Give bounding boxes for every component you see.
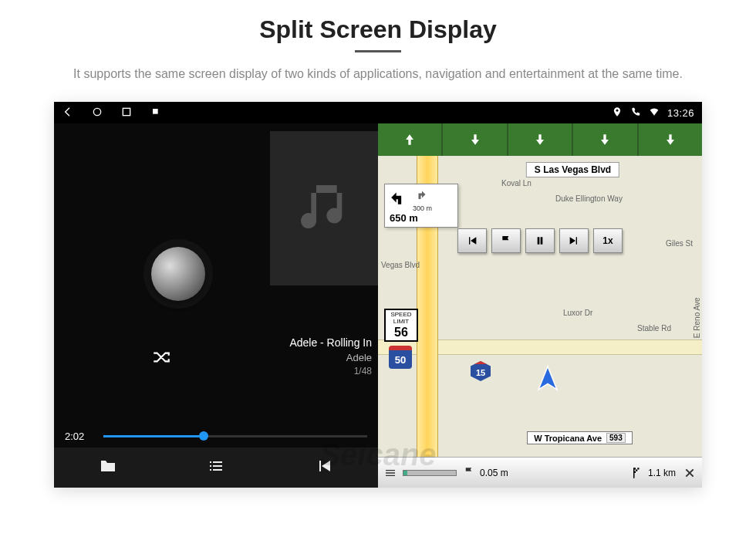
interstate-shield: 15 xyxy=(471,361,491,381)
phone-icon xyxy=(630,106,641,120)
route-shield: 50 xyxy=(389,346,412,369)
lane-arrow xyxy=(573,123,638,156)
close-nav-button[interactable] xyxy=(683,467,696,479)
elapsed-time: 2:02 xyxy=(65,431,96,442)
device-screenshot: 13:26 Adele - Rolling In Adele 1/48 xyxy=(54,102,702,488)
lane-guidance-bar xyxy=(378,123,702,156)
track-counter: 1/48 xyxy=(289,365,372,378)
track-title: Adele - Rolling In xyxy=(289,336,372,351)
lane-arrow xyxy=(639,123,702,156)
nav-arrow-icon xyxy=(534,364,562,392)
map-label: Duke Ellington Way xyxy=(555,194,623,203)
svg-point-0 xyxy=(93,108,100,115)
list-icon xyxy=(207,457,225,475)
album-art-placeholder xyxy=(270,131,378,285)
map-label: Luxor Dr xyxy=(563,309,592,317)
back-icon[interactable] xyxy=(62,106,74,120)
screenshot-icon[interactable] xyxy=(150,106,162,120)
checkered-flag-icon xyxy=(631,466,645,480)
cross-street-label: W Tropicana Ave 593 xyxy=(527,431,633,444)
android-statusbar: 13:26 xyxy=(54,102,702,123)
shuffle-icon xyxy=(151,347,171,367)
navigation-pane: S Las Vegas Blvd 300 m 650 m 1x xyxy=(378,123,702,488)
street-tag: 593 xyxy=(606,433,626,443)
svg-rect-5 xyxy=(636,469,637,471)
turn-left-icon xyxy=(390,187,410,208)
skip-back-icon xyxy=(466,235,478,247)
pause-icon xyxy=(534,235,546,247)
svg-point-3 xyxy=(616,109,618,111)
lane-arrow xyxy=(443,123,508,156)
current-road-label: S Las Vegas Blvd xyxy=(526,162,619,177)
page-title: Split Screen Display xyxy=(0,0,756,50)
speed-limit-sign: SPEED LIMIT 56 xyxy=(384,309,418,342)
map-label: Vegas Blvd xyxy=(381,261,420,269)
map-label: Koval Ln xyxy=(501,179,532,187)
title-underline xyxy=(355,50,401,52)
turn-instruction-box: 300 m 650 m xyxy=(384,184,458,228)
seek-bar[interactable] xyxy=(103,435,367,437)
menu-icon xyxy=(384,467,397,479)
page-description: It supports the same screen display of t… xyxy=(0,65,756,102)
checkered-flag-icon xyxy=(500,235,512,247)
secondary-turn-distance: 300 m xyxy=(413,204,432,212)
home-icon[interactable] xyxy=(91,106,103,120)
vehicle-cursor xyxy=(534,364,562,395)
map-playback-controls: 1x xyxy=(457,228,623,253)
wifi-icon xyxy=(649,106,660,120)
nav-footer-bar: 0.05 m 1.1 km xyxy=(378,457,702,488)
playlist-button[interactable] xyxy=(207,457,225,478)
map-prev-button[interactable] xyxy=(457,228,487,253)
turn-right-icon xyxy=(413,187,427,201)
music-note-icon xyxy=(293,177,355,239)
skip-forward-icon xyxy=(568,235,580,247)
svg-rect-7 xyxy=(637,468,639,469)
speed-limit-value: 56 xyxy=(386,326,417,339)
folder-icon xyxy=(99,457,117,475)
svg-rect-2 xyxy=(153,109,158,114)
prev-track-icon xyxy=(315,457,333,475)
map-label: E Reno Ave xyxy=(694,298,702,339)
lane-arrow xyxy=(508,123,573,156)
shuffle-button[interactable] xyxy=(151,347,171,370)
volume-knob[interactable] xyxy=(151,247,205,301)
primary-turn-distance: 650 m xyxy=(390,212,453,224)
next-waypoint: 1.1 km xyxy=(631,466,676,480)
map-label: Giles St xyxy=(666,239,693,248)
map-speed-button[interactable]: 1x xyxy=(593,228,623,253)
close-icon xyxy=(683,467,696,479)
map-flag-button[interactable] xyxy=(491,228,521,253)
map-label: Stable Rd xyxy=(637,324,671,333)
folder-button[interactable] xyxy=(99,457,117,478)
recent-apps-icon[interactable] xyxy=(120,106,133,120)
map-next-button[interactable] xyxy=(559,228,589,253)
prev-waypoint: 0.05 m xyxy=(463,466,508,480)
seek-thumb[interactable] xyxy=(199,431,208,441)
seek-fill xyxy=(103,435,204,437)
map-pause-button[interactable] xyxy=(525,228,555,253)
menu-button[interactable] xyxy=(384,467,397,479)
svg-rect-1 xyxy=(123,108,130,115)
lane-arrow xyxy=(378,123,443,156)
flag-icon xyxy=(463,466,477,480)
previous-button[interactable] xyxy=(315,457,333,478)
track-artist: Adele xyxy=(289,351,372,365)
clock: 13:26 xyxy=(667,107,694,119)
music-player-pane: Adele - Rolling In Adele 1/48 2:02 xyxy=(54,123,378,488)
route-progress xyxy=(403,470,457,476)
location-icon xyxy=(612,106,623,120)
